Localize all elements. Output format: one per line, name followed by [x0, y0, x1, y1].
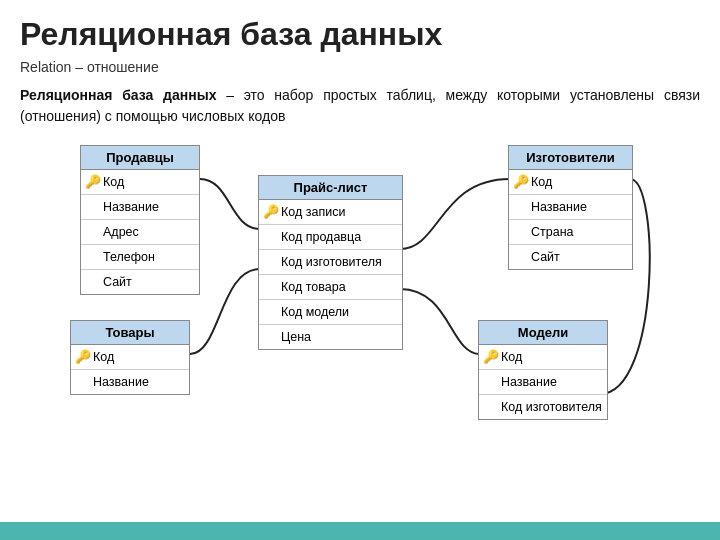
- table-prodavcy: Продавцы 🔑Код Название Адрес Телефон Сай…: [80, 145, 200, 295]
- prodavcy-header: Продавцы: [81, 146, 199, 170]
- description: Реляционная база данных – это набор прос…: [20, 85, 700, 127]
- prodavcy-row-4: Сайт: [81, 270, 199, 294]
- key-icon-prodavcy: 🔑: [85, 172, 101, 192]
- modeli-row-2: Код изготовителя: [479, 395, 607, 419]
- price-row-2: Код изготовителя: [259, 250, 402, 275]
- bottom-bar: [0, 522, 720, 540]
- modeli-row-0: 🔑Код: [479, 345, 607, 370]
- description-bold: Реляционная база данных: [20, 87, 216, 103]
- izgotoviteli-header: Изготовители: [509, 146, 632, 170]
- key-icon-price: 🔑: [263, 202, 279, 222]
- prodavcy-row-0: 🔑Код: [81, 170, 199, 195]
- price-row-0: 🔑Код записи: [259, 200, 402, 225]
- page-title: Реляционная база данных: [20, 16, 700, 53]
- modeli-header: Модели: [479, 321, 607, 345]
- tovary-row-1: Название: [71, 370, 189, 394]
- price-row-3: Код товара: [259, 275, 402, 300]
- price-row-4: Код модели: [259, 300, 402, 325]
- table-tovary: Товары 🔑Код Название: [70, 320, 190, 395]
- key-icon-modeli: 🔑: [483, 347, 499, 367]
- prodavcy-row-3: Телефон: [81, 245, 199, 270]
- table-modeli: Модели 🔑Код Название Код изготовителя: [478, 320, 608, 420]
- key-icon-izgotoviteli: 🔑: [513, 172, 529, 192]
- modeli-row-1: Название: [479, 370, 607, 395]
- diagram-area: Продавцы 🔑Код Название Адрес Телефон Сай…: [20, 145, 720, 455]
- price-header: Прайс-лист: [259, 176, 402, 200]
- izgotoviteli-row-2: Страна: [509, 220, 632, 245]
- izgotoviteli-row-3: Сайт: [509, 245, 632, 269]
- table-izgotoviteli: Изготовители 🔑Код Название Страна Сайт: [508, 145, 633, 270]
- subtitle: Relation – отношение: [20, 59, 700, 75]
- table-price: Прайс-лист 🔑Код записи Код продавца Код …: [258, 175, 403, 350]
- key-icon-tovary: 🔑: [75, 347, 91, 367]
- prodavcy-row-2: Адрес: [81, 220, 199, 245]
- price-row-1: Код продавца: [259, 225, 402, 250]
- prodavcy-row-1: Название: [81, 195, 199, 220]
- izgotoviteli-row-0: 🔑Код: [509, 170, 632, 195]
- izgotoviteli-row-1: Название: [509, 195, 632, 220]
- tovary-header: Товары: [71, 321, 189, 345]
- tovary-row-0: 🔑Код: [71, 345, 189, 370]
- price-row-5: Цена: [259, 325, 402, 349]
